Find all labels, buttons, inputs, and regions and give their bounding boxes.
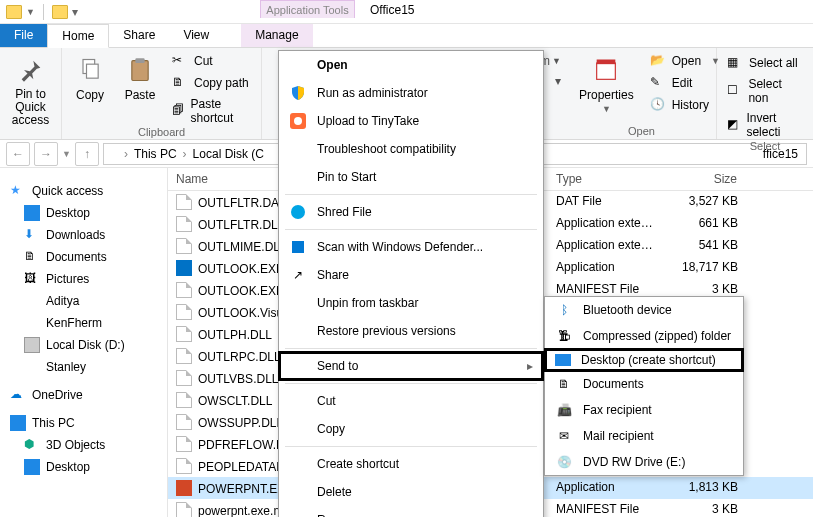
history-icon: 🕓 <box>650 97 666 113</box>
ribbon-tabs: File Home Share View Manage <box>0 24 813 48</box>
file-name: OWSCLT.DLL <box>198 394 272 408</box>
ctx-share[interactable]: ↗Share <box>279 261 543 289</box>
documents-icon: 🗎 <box>24 249 40 265</box>
select-none-button[interactable]: ☐Select non <box>725 76 805 106</box>
ctx-tinytake[interactable]: Upload to TinyTake <box>279 107 543 135</box>
ctx-troubleshoot[interactable]: Troubleshoot compatibility <box>279 135 543 163</box>
nav-pictures[interactable]: 🖼Pictures <box>0 268 167 290</box>
navigation-pane: ★Quick access Desktop ⬇Downloads 🗎Docume… <box>0 168 168 517</box>
tab-home[interactable]: Home <box>47 24 109 48</box>
invert-selection-button[interactable]: ◩Invert selecti <box>725 110 805 140</box>
cut-button[interactable]: ✂Cut <box>170 52 253 70</box>
ctx-send-to[interactable]: Send to▸ <box>279 352 543 380</box>
svg-point-8 <box>291 205 305 219</box>
qat-more-icon[interactable]: ▾ <box>72 5 78 19</box>
sendto-dvd[interactable]: 💿DVD RW Drive (E:) <box>545 449 743 475</box>
history-button[interactable]: 🕓History <box>648 96 722 114</box>
properties-button[interactable]: Properties ▼ <box>575 52 638 116</box>
select-group-label: Select <box>725 140 805 152</box>
dropdown-icon[interactable]: ▼ <box>26 7 35 17</box>
back-button[interactable]: ← <box>6 142 30 166</box>
tab-view[interactable]: View <box>169 24 223 47</box>
crumb-drive[interactable]: Local Disk (C <box>189 147 268 161</box>
up-button[interactable]: ↑ <box>75 142 99 166</box>
ctx-delete[interactable]: Delete <box>279 478 543 506</box>
file-type: Application extens... <box>548 214 666 234</box>
svg-rect-5 <box>597 60 616 65</box>
nav-3d-objects[interactable]: ⬢3D Objects <box>0 434 167 456</box>
folder-icon <box>24 293 40 309</box>
nav-desktop-2[interactable]: Desktop <box>0 456 167 478</box>
col-size[interactable]: Size <box>666 168 746 190</box>
file-type: MANIFEST File <box>548 500 666 517</box>
file-name: OUTLMIME.DLL <box>198 240 287 254</box>
file-icon <box>176 370 192 386</box>
file-name: OUTLVBS.DLL <box>198 372 278 386</box>
file-icon <box>176 260 192 276</box>
ctx-create-shortcut[interactable]: Create shortcut <box>279 450 543 478</box>
nav-aditya[interactable]: Aditya <box>0 290 167 312</box>
copy-button[interactable]: Copy <box>70 52 110 104</box>
ctx-rename[interactable]: Rename <box>279 506 543 517</box>
svg-point-7 <box>294 117 302 125</box>
ctx-cut[interactable]: Cut <box>279 387 543 415</box>
context-menu: Open Run as administrator Upload to Tiny… <box>278 50 544 517</box>
sendto-bluetooth[interactable]: ᛒBluetooth device <box>545 297 743 323</box>
folder-icon <box>24 359 40 375</box>
svg-rect-2 <box>132 61 148 81</box>
edit-icon: ✎ <box>650 75 666 91</box>
star-icon: ★ <box>10 183 26 199</box>
masked-caret: ▾ <box>555 74 561 88</box>
crumb-this-pc[interactable]: This PC <box>130 147 181 161</box>
nav-kenfherm[interactable]: KenFherm <box>0 312 167 334</box>
tab-manage[interactable]: Manage <box>241 24 312 47</box>
select-all-button[interactable]: ▦Select all <box>725 54 805 72</box>
sendto-desktop-shortcut[interactable]: Desktop (create shortcut) <box>545 349 743 371</box>
paste-button[interactable]: Paste <box>120 52 160 104</box>
tab-share[interactable]: Share <box>109 24 169 47</box>
sendto-documents[interactable]: 🗎Documents <box>545 371 743 397</box>
file-type: Application <box>548 258 666 278</box>
open-icon: 📂 <box>650 53 666 69</box>
nav-desktop[interactable]: Desktop <box>0 202 167 224</box>
open-button[interactable]: 📂Open▼ <box>648 52 722 70</box>
downloads-icon: ⬇ <box>24 227 40 243</box>
ctx-run-as-admin[interactable]: Run as administrator <box>279 79 543 107</box>
nav-onedrive[interactable]: ☁OneDrive <box>0 384 167 406</box>
forward-button[interactable]: → <box>34 142 58 166</box>
ctx-unpin-taskbar[interactable]: Unpin from taskbar <box>279 289 543 317</box>
nav-local-d[interactable]: Local Disk (D:) <box>0 334 167 356</box>
nav-downloads[interactable]: ⬇Downloads <box>0 224 167 246</box>
sendto-mail[interactable]: ✉Mail recipient <box>545 423 743 449</box>
copy-path-button[interactable]: 🗎Copy path <box>170 74 253 92</box>
pin-quick-access-button[interactable]: Pin to Quick access <box>8 52 53 130</box>
file-type: Application <box>548 478 666 498</box>
nav-documents[interactable]: 🗎Documents <box>0 246 167 268</box>
zip-icon: 🗜 <box>555 327 573 345</box>
folder-icon <box>108 148 122 160</box>
copy-label: Copy <box>76 88 104 102</box>
cube-icon: ⬢ <box>24 437 40 453</box>
nav-stanley[interactable]: Stanley <box>0 356 167 378</box>
ctx-shred[interactable]: Shred File <box>279 198 543 226</box>
ctx-restore-versions[interactable]: Restore previous versions <box>279 317 543 345</box>
col-type[interactable]: Type <box>548 168 666 190</box>
folder-open-icon[interactable] <box>52 5 68 19</box>
ctx-defender[interactable]: Scan with Windows Defender... <box>279 233 543 261</box>
file-name: OUTLFLTR.DLL <box>198 218 284 232</box>
tab-file[interactable]: File <box>0 24 47 47</box>
nav-this-pc[interactable]: This PC <box>0 412 167 434</box>
edit-button[interactable]: ✎Edit <box>648 74 722 92</box>
paste-shortcut-button[interactable]: 🗐Paste shortcut <box>170 96 253 126</box>
pin-icon <box>15 54 47 86</box>
nav-quick-access[interactable]: ★Quick access <box>0 180 167 202</box>
ctx-open[interactable]: Open <box>279 51 543 79</box>
ctx-copy[interactable]: Copy <box>279 415 543 443</box>
window-title: Office15 <box>370 3 414 17</box>
recent-dropdown[interactable]: ▼ <box>62 149 71 159</box>
sendto-fax[interactable]: 📠Fax recipient <box>545 397 743 423</box>
ctx-pin-start[interactable]: Pin to Start <box>279 163 543 191</box>
sendto-compressed[interactable]: 🗜Compressed (zipped) folder <box>545 323 743 349</box>
file-size: 541 KB <box>666 236 746 256</box>
file-size: 661 KB <box>666 214 746 234</box>
